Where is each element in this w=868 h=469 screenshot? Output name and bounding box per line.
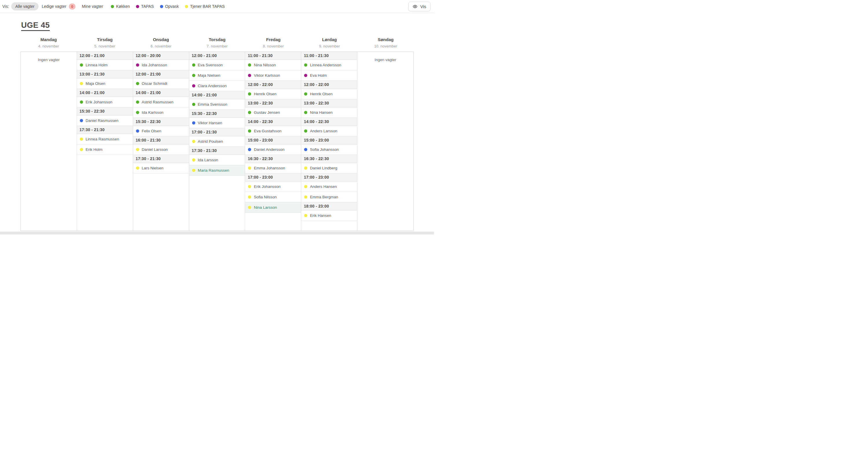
shift-row[interactable]: Daniel Lindberg [301, 163, 357, 173]
shift-row[interactable]: Maja Nielsen [189, 70, 245, 81]
shift-time-header[interactable]: 17:30 - 21:30 [189, 147, 245, 155]
shift-time-header[interactable]: 16:00 - 21:30 [133, 136, 189, 144]
shift-row[interactable]: Daniel Andersson [245, 144, 301, 155]
shift-time-header[interactable]: 15:30 - 22:30 [133, 118, 189, 126]
shift-row[interactable]: Erik Holm [77, 144, 133, 155]
employee-name: Emma Johansson [254, 166, 285, 170]
tjener-role-dot-icon [136, 148, 139, 151]
shift-row[interactable]: Nina Hansen [301, 108, 357, 118]
shift-time-header[interactable]: 13:00 - 22:30 [301, 99, 357, 108]
shift-time-header[interactable]: 17:00 - 23:00 [301, 173, 357, 181]
shift-row[interactable]: Ida Larsson [189, 155, 245, 165]
employee-name: Ida Johansson [142, 63, 167, 67]
legend-label: TAPAS [141, 4, 154, 9]
employee-name: Emma Svensson [198, 102, 227, 107]
tapas-role-dot-icon [136, 63, 139, 66]
shift-time-header[interactable]: 11:00 - 21:30 [245, 52, 301, 60]
employee-name: Eva Svensson [198, 63, 223, 67]
shift-row[interactable]: Clara Andersson [189, 81, 245, 91]
tjener-color-dot-icon [185, 5, 188, 8]
shift-time-header[interactable]: 15:30 - 22:30 [77, 108, 133, 116]
shift-row[interactable]: Linnea Rasmussen [77, 134, 133, 144]
shift-time-header[interactable]: 12:00 - 21:00 [133, 70, 189, 79]
shift-time-header[interactable]: 15:30 - 22:30 [189, 110, 245, 118]
shift-row[interactable]: Viktor Hansen [189, 118, 245, 128]
shift-row[interactable]: Eva Svensson [189, 60, 245, 70]
shift-row[interactable]: Erik Johansson [77, 97, 133, 108]
shift-row[interactable]: Erik Johansson [245, 181, 301, 192]
shift-time-header[interactable]: 11:00 - 21:30 [301, 52, 357, 60]
day-column-lordag: 11:00 - 21:30Linnea AnderssonEva Holm12:… [301, 52, 357, 231]
shift-time-header[interactable]: 16:30 - 22:30 [301, 155, 357, 163]
shift-row[interactable]: Daniel Rasmussen [77, 116, 133, 126]
employee-name: Nina Hansen [310, 110, 333, 115]
opvask-role-dot-icon [80, 119, 83, 122]
shift-row[interactable]: Ida Karlsson [133, 108, 189, 118]
shift-time-header[interactable]: 14:00 - 21:00 [77, 89, 133, 97]
shift-row[interactable]: Nina Larsson [245, 202, 301, 213]
employee-name: Gustav Jensen [254, 110, 280, 115]
shift-time-header[interactable]: 14:00 - 22:30 [301, 118, 357, 126]
shift-row[interactable]: Eva Gustafsson [245, 126, 301, 136]
shift-row[interactable]: Erik Hansen [301, 210, 357, 221]
shift-row[interactable]: Gustav Jensen [245, 108, 301, 118]
employee-name: Ida Larsson [198, 158, 218, 162]
shift-time-header[interactable]: 14:00 - 22:30 [245, 118, 301, 126]
shift-time-header[interactable]: 15:00 - 23:00 [245, 136, 301, 144]
legend-item-tjener: Tjener BAR TAPAS [185, 4, 225, 9]
shift-row[interactable]: Astrid Poulsen [189, 136, 245, 147]
shift-row[interactable]: Emma Johansson [245, 163, 301, 173]
shift-row[interactable]: Anders Larsson [301, 126, 357, 136]
shift-row[interactable]: Viktor Karlsson [245, 70, 301, 81]
employee-name: Nina Nilsson [254, 63, 276, 67]
shift-row[interactable]: Henrik Olsen [301, 89, 357, 99]
day-column-fredag: 11:00 - 21:30Nina NilssonViktor Karlsson… [245, 52, 301, 231]
filter-mine[interactable]: Mine vagter [79, 2, 106, 10]
shift-time-header[interactable]: 16:30 - 22:30 [245, 155, 301, 163]
shift-row[interactable]: Sofia Nilsson [245, 192, 301, 202]
shift-time-header[interactable]: 17:00 - 21:30 [189, 128, 245, 136]
day-date: 6. november [133, 44, 189, 48]
shift-row[interactable]: Maja Olsen [77, 79, 133, 89]
shift-time-header[interactable]: 12:00 - 22:00 [301, 81, 357, 89]
shift-row[interactable]: Astrid Rasmussen [133, 97, 189, 108]
shift-row[interactable]: Emma Bergman [301, 192, 357, 202]
shift-row[interactable]: Sofia Johansson [301, 144, 357, 155]
shift-time-header[interactable]: 13:00 - 21:30 [77, 70, 133, 79]
shift-row[interactable]: Eva Holm [301, 70, 357, 81]
shift-time-header[interactable]: 17:30 - 21:30 [133, 155, 189, 163]
shift-time-header[interactable]: 14:00 - 21:00 [133, 89, 189, 97]
shift-row[interactable]: Ida Johansson [133, 60, 189, 70]
shift-time-header[interactable]: 13:00 - 22:30 [245, 99, 301, 108]
tapas-role-dot-icon [304, 74, 307, 77]
view-button[interactable]: Vis [408, 2, 431, 11]
shift-row[interactable]: Lars Nielsen [133, 163, 189, 173]
shift-row[interactable]: Nina Nilsson [245, 60, 301, 70]
shift-time-header[interactable]: 12:00 - 20:00 [133, 52, 189, 60]
shift-time-header[interactable]: 12:00 - 21:00 [189, 52, 245, 60]
shift-row[interactable]: Henrik Olsen [245, 89, 301, 99]
shift-time-header[interactable]: 18:00 - 23:00 [301, 202, 357, 210]
employee-name: Erik Johansson [86, 100, 112, 104]
shift-time-header[interactable]: 17:30 - 21:30 [77, 126, 133, 134]
shift-row[interactable]: Linnea Andersson [301, 60, 357, 70]
kitchen-role-dot-icon [192, 74, 195, 77]
shift-row[interactable]: Felix Olsen [133, 126, 189, 136]
shift-time-header[interactable]: 15:00 - 23:00 [301, 136, 357, 144]
day-name: Søndag [358, 37, 414, 42]
shift-row[interactable]: Anders Hansen [301, 181, 357, 192]
filter-alle[interactable]: Alle vagter [11, 2, 38, 10]
filter-ledige[interactable]: Ledige vagter0 [38, 2, 79, 11]
shift-time-header[interactable]: 12:00 - 22:00 [245, 81, 301, 89]
shift-time-header[interactable]: 14:00 - 21:00 [189, 91, 245, 99]
shift-row[interactable]: Emma Svensson [189, 99, 245, 110]
day-name: Fredag [245, 37, 302, 42]
shift-row[interactable]: Daniel Larsson [133, 144, 189, 155]
shift-time-header[interactable]: 17:00 - 23:00 [245, 173, 301, 181]
shift-row[interactable]: Oscar Schmidt [133, 79, 189, 89]
day-header: Lørdag9. november [302, 37, 358, 48]
shift-row[interactable]: Maria Rasmussen [189, 165, 245, 176]
shift-time-header[interactable]: 12:00 - 21:00 [77, 52, 133, 60]
kitchen-role-dot-icon [248, 129, 251, 133]
shift-row[interactable]: Linnea Holm [77, 60, 133, 70]
